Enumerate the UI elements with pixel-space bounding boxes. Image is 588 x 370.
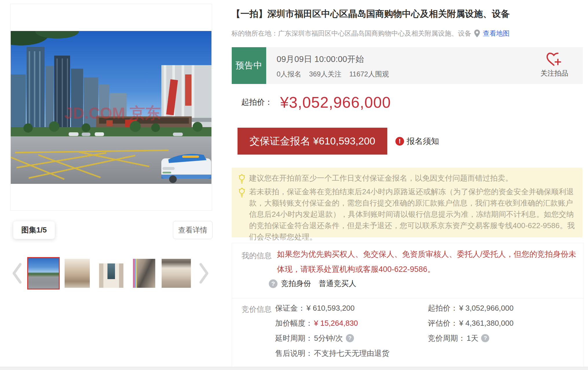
identity-label: 竞拍身份 <box>281 279 311 289</box>
bid-row-appraised-price: 评估价： ¥ 4,361,380,000 <box>428 318 514 328</box>
stat-viewers: 11672人围观 <box>349 70 389 78</box>
bid-info-column-left: 保证金： ¥ 610,593,200 加价幅度： ¥ 15,264,830 延时… <box>275 303 389 363</box>
gallery-count-label: 图集1/5 <box>21 225 47 235</box>
bid-info-label: 竞价信息 <box>242 304 272 314</box>
tip-text: 若未获拍，保证金将在竞拍结束后24小时内原路返还或解冻（为了保护您的资金安全并确… <box>249 186 575 243</box>
main-image-card: JD.COM 京东 <box>10 4 212 211</box>
bid-row-after-sale: 售后说明： 不支持七天无理由退货 <box>275 348 389 358</box>
footer-strip <box>0 367 588 370</box>
location-value: 广东深圳市福田区中心区晶岛国商购物中心及相关附属设施、设备 <box>278 29 471 38</box>
thumbnail-carousel <box>12 257 213 290</box>
bid-value: 5分钟/次 <box>314 333 343 343</box>
starting-price-value: ¥3,052,966,000 <box>280 94 391 111</box>
tip-item: 建议您在开拍前至少一个工作日支付保证金报名，以免因支付问题而错过拍卖。 <box>238 173 575 184</box>
bid-row-bidding-cycle: 竞价周期： 1天 ? <box>428 333 514 343</box>
auction-status-box: 预告中 09月09日 10:00:00开始 0人报名 369人关注 11672人… <box>232 47 583 84</box>
action-row: 交保证金报名 ¥610,593,200 ! 报名须知 <box>238 128 439 155</box>
map-pin-icon <box>474 30 480 37</box>
registration-notice-label: 报名须知 <box>407 136 439 147</box>
bid-row-starting-price: 起拍价： ¥ 3,052,966,000 <box>428 303 514 313</box>
thumbnail-1-selected[interactable] <box>27 257 60 290</box>
view-detail-label: 查看详情 <box>178 225 207 235</box>
status-info: 09月09日 10:00:00开始 0人报名 369人关注 11672人围观 <box>266 47 395 84</box>
lightbulb-icon <box>238 187 246 198</box>
help-icon[interactable]: ? <box>269 279 277 288</box>
bid-value: ¥ 15,264,830 <box>314 319 358 328</box>
photo-watermark: JD.COM 京东 <box>64 104 161 122</box>
bid-value: ¥ 4,361,380,000 <box>459 319 514 328</box>
help-icon[interactable]: ? <box>481 334 489 342</box>
follow-item-label: 关注拍品 <box>540 69 568 78</box>
status-stats: 0人报名 369人关注 11672人围观 <box>277 69 395 79</box>
pay-deposit-register-button[interactable]: 交保证金报名 ¥610,593,200 <box>238 128 387 155</box>
tip-item: 若未获拍，保证金将在竞拍结束后24小时内原路返还或解冻（为了保护您的资金安全并确… <box>238 186 575 243</box>
thumbnail-3[interactable] <box>99 259 123 288</box>
bid-label: 加价幅度： <box>275 318 313 328</box>
tip-text: 建议您在开拍前至少一个工作日支付保证金报名，以免因支付问题而错过拍卖。 <box>249 173 513 184</box>
view-detail-button[interactable]: 查看详情 <box>173 221 213 239</box>
bid-label: 评估价： <box>428 318 458 328</box>
bid-label: 售后说明： <box>275 348 313 358</box>
location-row: 标的物所在地： 广东深圳市福田区中心区晶岛国商购物中心及相关附属设施、设备 查看… <box>231 29 510 38</box>
bid-value: 不支持七天无理由退货 <box>314 348 389 358</box>
exclamation-icon: ! <box>395 137 404 146</box>
main-photo[interactable]: JD.COM 京东 <box>11 31 211 184</box>
bid-label: 起拍价： <box>428 303 458 313</box>
help-icon[interactable]: ? <box>346 334 354 342</box>
starting-price-label: 起拍价： <box>241 97 273 107</box>
tips-box: 建议您在开拍前至少一个工作日支付保证金报名，以免因支付问题而错过拍卖。 若未获拍… <box>232 168 582 237</box>
start-time: 09月09日 10:00:00开始 <box>277 54 395 65</box>
follow-item-button[interactable]: 关注拍品 <box>540 47 583 84</box>
info-panel: 我的信息 如果您为优先购买权人、免交保人、免资质审核人、委托人/受托人，但您的竞… <box>232 243 584 367</box>
bid-row-extension-period: 延时周期： 5分钟/次 ? <box>275 333 389 343</box>
identity-warning-text: 如果您为优先购买权人、免交保人、免资质审核人、委托人/受托人，但您的竞拍身份未体… <box>277 247 581 277</box>
thumbnail-2[interactable] <box>65 259 90 288</box>
heart-plus-icon <box>546 52 563 66</box>
stat-followers: 369人关注 <box>309 70 342 78</box>
bid-info-column-right: 起拍价： ¥ 3,052,966,000 评估价： ¥ 4,361,380,00… <box>428 303 514 348</box>
view-map-link[interactable]: 查看地图 <box>483 29 510 38</box>
bid-label: 保证金： <box>275 303 305 313</box>
status-badge: 预告中 <box>232 47 266 84</box>
identity-value: 普通竞买人 <box>319 279 356 289</box>
bid-value: ¥ 3,052,966,000 <box>459 304 514 313</box>
thumbnail-4[interactable] <box>133 259 155 288</box>
bid-label: 竞价周期： <box>428 333 465 343</box>
thumbnail-5[interactable] <box>162 259 191 288</box>
bid-value: ¥ 610,593,200 <box>306 304 355 313</box>
lightbulb-icon <box>238 174 246 184</box>
bid-info-section: 竞价信息 保证金： ¥ 610,593,200 加价幅度： ¥ 15,264,8… <box>232 298 584 367</box>
starting-price-row: 起拍价： ¥3,052,966,000 <box>241 92 391 112</box>
my-info-section: 我的信息 如果您为优先购买权人、免交保人、免资质审核人、委托人/受托人，但您的竞… <box>232 243 584 298</box>
gallery-count-badge: 图集1/5 <box>13 221 55 239</box>
carousel-next-icon[interactable] <box>198 262 209 285</box>
my-info-label: 我的信息 <box>242 251 272 261</box>
carousel-prev-icon[interactable] <box>12 262 23 285</box>
bid-label: 延时周期： <box>275 333 313 343</box>
bid-row-deposit: 保证金： ¥ 610,593,200 <box>275 303 389 313</box>
page-title: 【一拍】深圳市福田区中心区晶岛国商购物中心及相关附属设施、设备 <box>231 8 582 20</box>
location-label: 标的物所在地： <box>231 29 278 38</box>
identity-row: ? 竞拍身份 普通竞买人 <box>269 279 356 289</box>
bid-row-increment: 加价幅度： ¥ 15,264,830 <box>275 318 389 328</box>
registration-notice-link[interactable]: ! 报名须知 <box>395 136 439 147</box>
stat-registered: 0人报名 <box>277 70 301 78</box>
bid-value: 1天 <box>467 333 478 343</box>
